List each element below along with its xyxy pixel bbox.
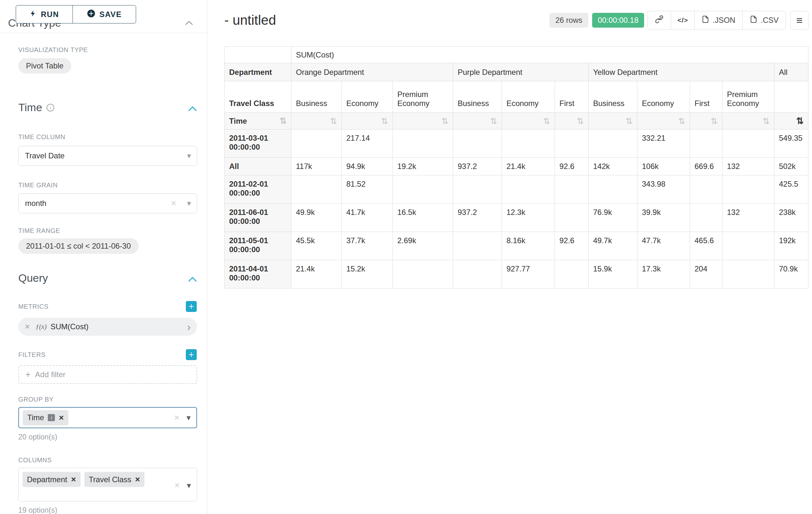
- caret-down-icon: ▾: [187, 151, 191, 160]
- time-section-header[interactable]: Time i: [18, 101, 197, 114]
- table-cell: [690, 130, 722, 158]
- sort-icon[interactable]: ⇅: [796, 117, 804, 125]
- sort-icon[interactable]: ⇅: [762, 117, 770, 125]
- sort-header-cell: ⇅: [342, 113, 393, 130]
- caret-down-icon: ▾: [187, 481, 191, 491]
- department-group-header: All: [775, 63, 809, 81]
- table-cell: 45.5k: [291, 232, 342, 260]
- sort-header-cell: ⇅: [453, 113, 502, 130]
- chart-header: - untitled 26 rows 00:00:00.18 </>: [224, 10, 809, 30]
- columns-chip[interactable]: Travel Class ×: [84, 472, 145, 487]
- table-cell: 15.9k: [589, 260, 637, 289]
- table-cell: 132: [722, 204, 775, 232]
- add-filter-button[interactable]: + Add filter: [18, 365, 197, 384]
- plus-icon: +: [25, 370, 30, 380]
- remove-chip-icon[interactable]: ×: [59, 413, 63, 423]
- sort-icon[interactable]: ⇅: [543, 117, 550, 125]
- corner-cell: [225, 47, 291, 63]
- time-axis-header: Time⇅: [225, 113, 291, 130]
- caret-down-icon: ▾: [187, 199, 191, 208]
- time-section-title: Time: [18, 101, 42, 114]
- metric-header-cell: SUM(Cost): [291, 47, 809, 63]
- save-button[interactable]: SAVE: [72, 5, 136, 23]
- clear-all-icon[interactable]: ×: [175, 480, 180, 491]
- chevron-right-icon[interactable]: ›: [187, 321, 191, 332]
- table-cell: 669.6: [690, 158, 722, 175]
- run-button[interactable]: RUN: [16, 5, 73, 23]
- file-download-icon: [702, 16, 709, 25]
- remove-metric-icon[interactable]: ×: [25, 322, 30, 332]
- chart-area: - untitled 26 rows 00:00:00.18 </>: [207, 0, 812, 514]
- table-cell: 76.9k: [589, 204, 637, 232]
- table-cell: 8.16k: [502, 232, 555, 260]
- add-filter-plus-button[interactable]: [186, 349, 197, 360]
- table-cell: 21.4k: [502, 158, 555, 175]
- metric-chip[interactable]: × ƒ(x) SUM(Cost) ›: [18, 318, 197, 336]
- table-cell: 332.21: [637, 130, 690, 158]
- collapse-chevron-icon[interactable]: [188, 101, 197, 114]
- table-cell: 937.2: [453, 158, 502, 175]
- clear-all-icon[interactable]: ×: [174, 412, 179, 423]
- chevron-up-icon[interactable]: [185, 18, 193, 27]
- sort-header-cell: ⇅: [291, 113, 342, 130]
- table-cell: 132: [722, 158, 775, 175]
- travel-class-axis-header: Travel Class: [225, 81, 291, 113]
- table-cell: 142k: [589, 158, 637, 175]
- collapse-chevron-icon[interactable]: [188, 272, 197, 284]
- info-icon: i: [48, 414, 55, 421]
- remove-chip-icon[interactable]: ×: [135, 475, 140, 484]
- sort-icon[interactable]: ⇅: [330, 117, 337, 125]
- group-by-options-count: 20 option(s): [18, 433, 197, 441]
- query-section-title: Query: [18, 272, 48, 284]
- table-cell: 41.7k: [342, 204, 393, 232]
- sort-icon[interactable]: ⇅: [381, 117, 388, 125]
- sort-header-cell: ⇅: [589, 113, 637, 130]
- time-column-select[interactable]: Travel Date ▾: [18, 146, 197, 166]
- sort-icon[interactable]: ⇅: [710, 117, 718, 125]
- remove-chip-icon[interactable]: ×: [71, 475, 76, 484]
- sort-icon[interactable]: ⇅: [441, 117, 448, 125]
- add-metric-button[interactable]: [186, 301, 197, 312]
- sort-icon[interactable]: ⇅: [626, 117, 633, 125]
- code-icon: </>: [677, 17, 688, 24]
- table-row: 2011-06-01 00:00:0049.9k41.7k16.5k937.21…: [225, 204, 809, 232]
- group-by-select[interactable]: Time i × × ▾: [18, 407, 197, 428]
- sort-icon[interactable]: ⇅: [280, 117, 287, 125]
- table-cell: 19.2k: [393, 158, 453, 175]
- time-range-label: TIME RANGE: [18, 227, 197, 235]
- columns-chip-label: Travel Class: [89, 475, 131, 484]
- table-cell: 49.9k: [291, 204, 342, 232]
- group-by-chip[interactable]: Time i ×: [23, 410, 68, 425]
- table-cell: [453, 260, 502, 289]
- travel-class-header: Business: [589, 81, 637, 113]
- sort-icon[interactable]: ⇅: [577, 117, 584, 125]
- visualization-type-value[interactable]: Pivot Table: [18, 58, 71, 74]
- sort-header-cell: ⇅: [690, 113, 722, 130]
- bolt-icon: [30, 9, 37, 20]
- caret-down-icon: ▾: [186, 413, 191, 423]
- time-grain-select[interactable]: month × ▾: [18, 193, 197, 213]
- table-cell: 39.9k: [637, 204, 690, 232]
- clear-icon[interactable]: ×: [171, 198, 176, 209]
- embed-code-button[interactable]: </>: [671, 11, 695, 30]
- table-cell: [502, 130, 555, 158]
- columns-chip-label: Department: [27, 475, 67, 484]
- columns-chip[interactable]: Department ×: [23, 472, 81, 487]
- chart-menu-button[interactable]: ≡: [790, 11, 809, 30]
- table-cell: 37.7k: [342, 232, 393, 260]
- export-csv-button[interactable]: .CSV: [742, 11, 786, 30]
- row-label-cell: 2011-06-01 00:00:00: [225, 204, 291, 232]
- export-json-button[interactable]: .JSON: [694, 11, 743, 30]
- columns-options-count: 19 option(s): [18, 506, 197, 514]
- table-cell: 425.5: [775, 175, 809, 204]
- sort-icon[interactable]: ⇅: [678, 117, 685, 125]
- table-cell: [453, 175, 502, 204]
- time-grain-label: TIME GRAIN: [18, 181, 197, 189]
- query-section-header[interactable]: Query: [18, 272, 197, 284]
- copy-link-button[interactable]: [647, 11, 671, 30]
- sort-icon[interactable]: ⇅: [490, 117, 497, 125]
- table-cell: 927.77: [502, 260, 555, 289]
- table-cell: [453, 232, 502, 260]
- time-range-value[interactable]: 2011-01-01 ≤ col < 2011-06-30: [18, 238, 139, 254]
- columns-select[interactable]: Department × Travel Class × × ▾: [18, 468, 197, 502]
